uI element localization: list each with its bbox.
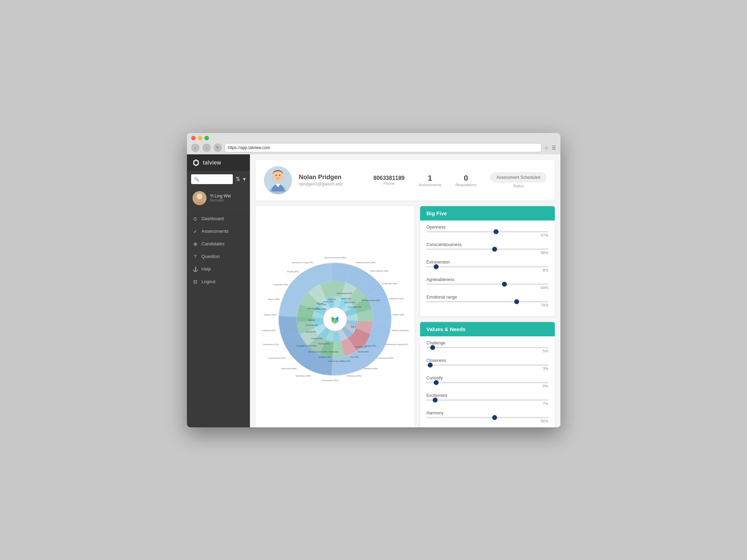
svg-text:Structure (6%): Structure (6%): [344, 302, 355, 303]
sidebar-item-assessments[interactable]: ✓ Assessments: [187, 225, 250, 238]
trait-row: Openness 57%: [426, 225, 548, 237]
svg-text:Morality (87%): Morality (87%): [365, 345, 376, 347]
status-text: Assessment Scheduled: [496, 175, 540, 180]
minimize-button[interactable]: [198, 136, 202, 140]
trait-label: Curiosity: [426, 376, 548, 380]
sidebar-item-logout[interactable]: ⊟ Logout: [187, 275, 250, 288]
trait-slider[interactable]: [426, 364, 548, 366]
sidebar-item-label: Assessments: [202, 229, 229, 234]
trait-percent: 8%: [426, 268, 548, 272]
svg-text:Achievement striving (87%): Achievement striving (87%): [386, 343, 408, 345]
svg-point-9: [275, 175, 277, 176]
nav-menu: ⊙ Dashboard ✓ Assessments ⊕ Candidates ?…: [187, 210, 250, 427]
svg-point-8: [273, 171, 283, 181]
sidebar-item-label: Question: [202, 254, 220, 259]
svg-text:Morality (87%): Morality (87%): [287, 271, 299, 273]
close-button[interactable]: [191, 136, 196, 140]
assessments-label: Assessments: [419, 183, 441, 187]
sidebar-item-dashboard[interactable]: ⊙ Dashboard: [187, 212, 250, 225]
svg-point-3: [197, 194, 202, 199]
assessments-stat: 1 Assessments: [419, 174, 441, 187]
svg-text:Cautiousness (80%): Cautiousness (80%): [377, 357, 393, 359]
trait-slider[interactable]: [426, 417, 548, 418]
svg-text:Imagination (53%): Imagination (53%): [389, 297, 404, 299]
svg-text:Closeness (5%): Closeness (5%): [311, 338, 323, 340]
trait-row: Agreeableness 64%: [426, 277, 548, 290]
candidate-photo: [264, 166, 292, 194]
trait-slider[interactable]: [426, 231, 548, 232]
status-badge: Assessment Scheduled: [490, 173, 546, 182]
big-five-title: Big Five: [426, 210, 447, 216]
requisitions-value: 0: [455, 174, 476, 183]
trait-percent: 64%: [426, 286, 548, 290]
svg-text:Cheerfulness (27%): Cheerfulness (27%): [263, 343, 279, 345]
trait-percent: 74%: [426, 303, 548, 307]
app-logo-text: talview: [203, 160, 221, 166]
menu-icon[interactable]: ☰: [552, 145, 556, 150]
maximize-button[interactable]: [204, 136, 209, 140]
trait-slider[interactable]: [426, 382, 548, 383]
svg-text:Orderliness (87%): Orderliness (87%): [347, 375, 362, 377]
svg-text:Fiery (73%): Fiery (73%): [342, 360, 350, 362]
requisitions-label: Requisitions: [455, 183, 476, 187]
app-layout: talview 🔍 ⇅ ▾: [187, 154, 560, 427]
trait-slider[interactable]: [426, 301, 548, 302]
candidates-icon: ⊕: [193, 241, 198, 247]
sidebar-item-help[interactable]: ⚓ Help: [187, 263, 250, 275]
svg-text:Love (59%): Love (59%): [318, 303, 327, 305]
requisitions-stat: 0 Requisitions: [455, 174, 476, 187]
svg-text:Big 5: Big 5: [351, 325, 356, 328]
back-button[interactable]: ‹: [191, 144, 200, 152]
big-five-body: Openness 57% Conscientiousness 56% Extra…: [420, 220, 554, 316]
reload-button[interactable]: ↻: [214, 144, 222, 152]
user-profile: Yi Ling Wei Recruiter: [187, 187, 250, 210]
trait-row: Emotional range 74%: [426, 295, 548, 307]
sidebar-item-candidates[interactable]: ⊕ Candidates: [187, 238, 250, 250]
trait-slider[interactable]: [426, 399, 548, 401]
trait-slider[interactable]: [426, 248, 548, 250]
dashboard-icon: ⊙: [193, 216, 198, 222]
trait-slider[interactable]: [426, 266, 548, 267]
main-search-input[interactable]: [201, 177, 230, 182]
svg-text:Authority-challenging (79%): Authority-challenging (79%): [392, 329, 409, 331]
trait-label: Extraversion: [426, 260, 548, 265]
trait-row: Extraversion 8%: [426, 260, 548, 272]
values-needs-header: Values & Needs: [420, 322, 554, 336]
candidate-name: Nolan Pridgen: [299, 174, 366, 181]
trait-slider[interactable]: [426, 284, 548, 285]
svg-text:Adventurousness (29%): Adventurousness (29%): [356, 261, 375, 263]
trait-row: Curiosity 8%: [426, 376, 548, 388]
svg-text:Susceptible to stress (86%): Susceptible to stress (86%): [296, 345, 317, 347]
sidebar-item-question[interactable]: ? Question: [187, 250, 250, 263]
forward-button[interactable]: ›: [202, 144, 211, 152]
help-icon: ⚓: [193, 266, 198, 272]
svg-text:Assertiveness (24%): Assertiveness (24%): [268, 357, 285, 359]
trait-row: Harmony 56%: [426, 411, 548, 423]
trait-row: Conscientiousness 56%: [426, 242, 548, 255]
candidate-card: Nolan Pridgen npridgen3@gatech.edu 80633…: [256, 160, 555, 201]
sidebar-item-label: Dashboard: [202, 216, 224, 221]
bookmark-icon[interactable]: ☆: [544, 145, 549, 150]
svg-text:Achievement: Achievement: [328, 351, 338, 353]
svg-text:Self-consciousness (86%): Self-consciousness (86%): [308, 351, 328, 353]
candidate-email: npridgen3@gatech.edu: [299, 182, 366, 187]
svg-text:Dutifulness (80%): Dutifulness (80%): [363, 368, 378, 370]
browser-window: ‹ › ↻ ☆ ☰ talview 🔍: [187, 133, 560, 427]
status-block: Assessment Scheduled Status: [490, 173, 546, 188]
sidebar: talview 🔍 ⇅ ▾: [187, 154, 250, 427]
trait-label: Emotional range: [426, 295, 548, 300]
svg-text:Outgoing (35%): Outgoing (35%): [264, 313, 277, 315]
trait-slider[interactable]: [426, 347, 548, 348]
trait-percent: 8%: [426, 384, 548, 388]
trait-label: Harmony: [426, 411, 548, 415]
candidate-info: Nolan Pridgen npridgen3@gatech.edu: [299, 174, 366, 187]
browser-chrome: ‹ › ↻ ☆ ☰: [187, 133, 560, 154]
svg-text:Cooperation (10%): Cooperation (10%): [273, 283, 288, 285]
svg-text:Prone to worry (57): Prone to worry (57): [328, 360, 343, 362]
dropdown-icon[interactable]: ▾: [243, 176, 246, 182]
address-bar[interactable]: [225, 143, 542, 152]
phone-stat: 8063381189 Phone: [374, 175, 405, 186]
sort-icon[interactable]: ⇅: [236, 176, 240, 182]
svg-text:Excitement (8%): Excitement (8%): [306, 324, 318, 326]
trait-percent: 57%: [426, 233, 548, 237]
